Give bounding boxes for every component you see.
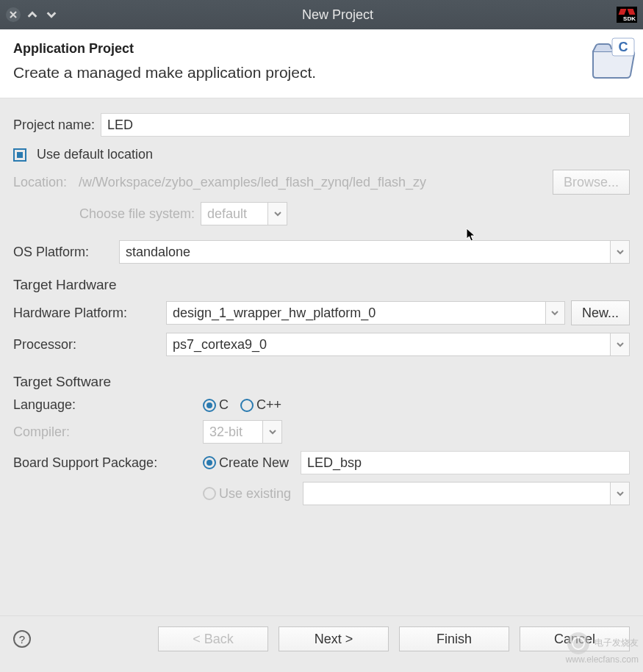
sdk-badge-icon: SDK bbox=[617, 7, 637, 23]
help-button[interactable]: ? bbox=[13, 630, 31, 648]
compiler-select: 32-bit bbox=[203, 420, 282, 444]
banner-subheading: Create a managed make application projec… bbox=[13, 64, 630, 82]
chevron-up-icon bbox=[26, 9, 38, 21]
bsp-use-existing-radio: Use existing bbox=[203, 486, 291, 502]
svg-text:C: C bbox=[619, 40, 628, 54]
close-window-button[interactable] bbox=[6, 7, 21, 22]
processor-select[interactable]: ps7_cortexa9_0 bbox=[166, 333, 630, 356]
chevron-down-icon bbox=[610, 483, 629, 505]
use-default-location-checkbox[interactable] bbox=[13, 148, 26, 162]
hardware-new-button[interactable]: New... bbox=[571, 300, 630, 325]
cursor-icon bbox=[466, 228, 476, 246]
close-icon bbox=[9, 10, 18, 19]
compiler-label: Compiler: bbox=[13, 424, 197, 440]
bsp-label: Board Support Package: bbox=[13, 455, 197, 471]
location-input bbox=[73, 170, 547, 194]
chevron-down-icon bbox=[610, 333, 629, 355]
wizard-c-folder-icon: C bbox=[590, 37, 639, 81]
bsp-existing-select bbox=[303, 482, 630, 505]
next-button[interactable]: Next > bbox=[279, 626, 389, 651]
filesystem-label: Choose file system: bbox=[79, 206, 195, 222]
window-down-button[interactable] bbox=[44, 7, 59, 22]
back-button: < Back bbox=[158, 626, 268, 651]
use-default-location-label: Use default location bbox=[37, 147, 153, 162]
os-platform-label: OS Platform: bbox=[13, 245, 113, 260]
language-c-radio[interactable]: C bbox=[203, 397, 229, 413]
browse-button: Browse... bbox=[553, 170, 630, 195]
hardware-platform-select[interactable]: design_1_wrapper_hw_platform_0 bbox=[166, 301, 565, 325]
titlebar: New Project SDK bbox=[0, 0, 643, 29]
project-name-input[interactable] bbox=[101, 113, 630, 137]
os-platform-select[interactable]: standalone bbox=[119, 240, 630, 264]
bsp-create-new-radio[interactable]: Create New bbox=[203, 455, 289, 471]
hardware-platform-label: Hardware Platform: bbox=[13, 306, 160, 321]
wizard-banner: Application Project Create a managed mak… bbox=[0, 29, 643, 98]
chevron-down-icon bbox=[262, 421, 281, 443]
target-software-heading: Target Software bbox=[13, 374, 630, 390]
chevron-down-icon bbox=[267, 203, 287, 225]
bsp-name-input[interactable] bbox=[301, 451, 630, 474]
window-title: New Project bbox=[63, 7, 612, 23]
chevron-down-icon bbox=[610, 241, 629, 263]
banner-heading: Application Project bbox=[13, 41, 630, 57]
chevron-down-icon bbox=[545, 302, 564, 324]
wizard-form: Project name: Use default location Locat… bbox=[0, 98, 643, 505]
wizard-footer: ? < Back Next > Finish Cancel bbox=[0, 615, 643, 672]
window-up-button[interactable] bbox=[25, 7, 40, 22]
finish-button[interactable]: Finish bbox=[399, 626, 509, 651]
processor-label: Processor: bbox=[13, 337, 160, 353]
cancel-button[interactable]: Cancel bbox=[520, 626, 630, 651]
language-cpp-radio[interactable]: C++ bbox=[240, 397, 281, 413]
project-name-label: Project name: bbox=[13, 118, 95, 133]
chevron-down-icon bbox=[46, 9, 57, 21]
location-label: Location: bbox=[13, 175, 67, 190]
language-label: Language: bbox=[13, 397, 197, 413]
target-hardware-heading: Target Hardware bbox=[13, 277, 630, 293]
help-icon: ? bbox=[19, 633, 25, 646]
filesystem-select: default bbox=[201, 202, 287, 225]
